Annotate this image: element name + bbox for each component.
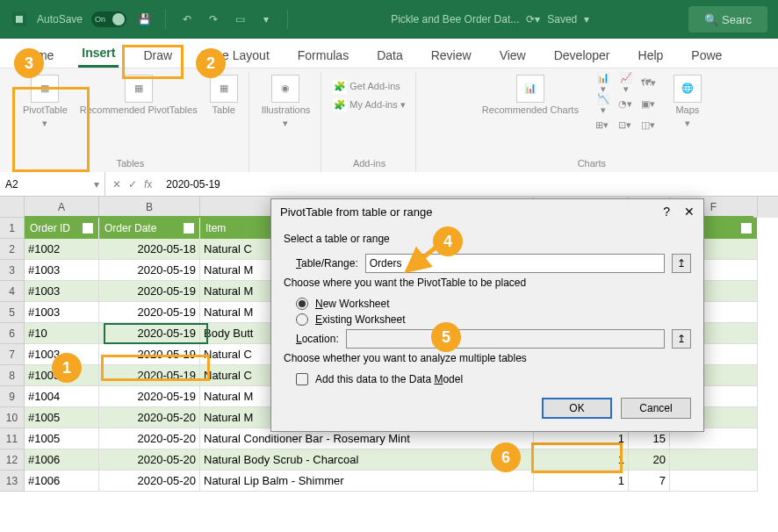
tab-review[interactable]: Review [428, 43, 475, 68]
formula-value[interactable]: 2020-05-19 [159, 178, 227, 191]
cell[interactable]: 7 [629, 471, 670, 492]
row-header[interactable]: 4 [0, 281, 25, 302]
enter-formula-icon[interactable]: ✓ [128, 178, 137, 191]
ok-button[interactable]: OK [542, 398, 612, 419]
cell[interactable]: #1004 [25, 386, 99, 407]
chart-type-2[interactable]: 📈▾ [616, 74, 637, 93]
cell[interactable]: #1005 [25, 428, 99, 449]
chart-type-6[interactable]: ▣▾ [638, 95, 659, 114]
filter-icon[interactable]: ▾ [83, 223, 93, 234]
cell[interactable]: #1003 [25, 344, 99, 365]
col-header[interactable]: A [25, 197, 99, 218]
touch-mode-icon[interactable]: ▭ [231, 11, 249, 28]
cell[interactable]: 2020-05-19 [99, 302, 200, 323]
tab-home[interactable]: Home [18, 43, 57, 68]
cell[interactable]: #1006 [25, 471, 99, 492]
cell[interactable]: 20 [629, 449, 670, 471]
cell[interactable]: #1003 [25, 302, 99, 323]
illustrations-button[interactable]: ◉Illustrations▾ [258, 72, 314, 132]
cell[interactable]: #1003 [25, 365, 99, 386]
cancel-formula-icon[interactable]: ✕ [112, 178, 121, 191]
col-header[interactable]: B [99, 197, 200, 218]
pivottable-button[interactable]: ▦PivotTable▾ [19, 72, 71, 132]
fx-icon[interactable]: fx [144, 178, 152, 191]
filter-icon[interactable]: ▾ [741, 223, 752, 234]
table-button[interactable]: ▦Table [206, 72, 241, 119]
cell[interactable]: 2020-05-20 [99, 407, 200, 428]
chart-type-9[interactable]: ◫▾ [638, 116, 659, 135]
cell[interactable]: #1003 [25, 260, 99, 281]
cell[interactable]: #1005 [25, 407, 99, 428]
cell[interactable]: 2020-05-19 [99, 323, 200, 344]
row-header[interactable]: 10 [0, 407, 25, 428]
row-header[interactable]: 5 [0, 302, 25, 323]
cell[interactable]: 2020-05-20 [99, 471, 200, 492]
cell[interactable]: 2020-05-19 [99, 344, 200, 365]
table-header[interactable]: Order ID▾ [25, 218, 99, 239]
chart-type-4[interactable]: 📉▾ [593, 95, 614, 114]
tab-developer[interactable]: Developer [551, 43, 614, 68]
close-icon[interactable]: ✕ [684, 205, 695, 219]
recommended-charts-button[interactable]: 📊Recommended Charts [479, 72, 582, 119]
row-header[interactable]: 2 [0, 239, 25, 260]
row-header[interactable]: 7 [0, 344, 25, 365]
chart-type-8[interactable]: ⊡▾ [616, 116, 637, 135]
row-header[interactable]: 12 [0, 449, 25, 471]
name-box[interactable]: A2▾ [0, 172, 105, 196]
get-addins-button[interactable]: 🧩Get Add-ins [330, 79, 402, 95]
tab-insert[interactable]: Insert [78, 40, 119, 68]
undo-icon[interactable]: ↶ [178, 11, 196, 28]
help-icon[interactable]: ? [663, 205, 670, 219]
my-addins-button[interactable]: 🧩My Add-ins▾ [330, 97, 407, 113]
row-header[interactable]: 11 [0, 428, 25, 449]
recommended-pivot-button[interactable]: ▦Recommended PivotTables [76, 72, 201, 119]
maps-button[interactable]: 🌐Maps▾ [670, 72, 705, 132]
datamodel-checkbox[interactable] [296, 373, 308, 385]
table-header[interactable]: Order Date▾ [99, 218, 200, 239]
qat-icon[interactable]: ▾ [257, 11, 275, 28]
row-header[interactable]: 9 [0, 386, 25, 407]
cell[interactable]: #10 [25, 323, 99, 344]
cell[interactable]: 2020-05-20 [99, 428, 200, 449]
chevron-down-icon[interactable]: ▾ [94, 178, 99, 191]
cell[interactable]: #1002 [25, 239, 99, 260]
cell[interactable]: 2020-05-20 [99, 449, 200, 471]
row-header[interactable]: 13 [0, 471, 25, 492]
tab-powe[interactable]: Powe [688, 43, 725, 68]
search-box[interactable]: 🔍 Searc [688, 6, 767, 32]
tab-help[interactable]: Help [635, 43, 667, 68]
filter-icon[interactable]: ▾ [184, 223, 194, 234]
chart-type-7[interactable]: ⊞▾ [593, 116, 614, 135]
col-header[interactable] [0, 197, 25, 218]
cell[interactable]: 2020-05-19 [99, 365, 200, 386]
cell[interactable]: #1003 [25, 281, 99, 302]
cell[interactable]: 2020-05-19 [99, 281, 200, 302]
table-range-input[interactable] [365, 254, 665, 273]
table-row[interactable]: 13#10062020-05-20Natural Lip Balm - Shim… [0, 471, 778, 492]
redo-icon[interactable]: ↷ [205, 11, 222, 28]
chart-type-3[interactable]: 🗺▾ [638, 74, 659, 93]
tab-pagelayout[interactable]: Page Layout [197, 43, 273, 68]
cell[interactable] [670, 449, 758, 471]
refresh-icon[interactable]: ⟳▾ [526, 13, 540, 25]
cell[interactable]: 1 [534, 471, 629, 492]
cell[interactable]: 2020-05-18 [99, 239, 200, 260]
existing-worksheet-radio[interactable] [296, 313, 308, 326]
cell[interactable]: Natural Body Scrub - Charcoal [200, 449, 534, 471]
save-icon[interactable]: 💾 [135, 11, 153, 28]
range-select-button[interactable]: ↥ [672, 254, 691, 273]
tab-formulas[interactable]: Formulas [294, 43, 352, 68]
row-header[interactable]: 6 [0, 323, 25, 344]
cell[interactable]: 2020-05-19 [99, 386, 200, 407]
chart-type-1[interactable]: 📊▾ [593, 74, 614, 93]
table-row[interactable]: 12#10062020-05-20Natural Body Scrub - Ch… [0, 449, 778, 471]
cell[interactable] [670, 471, 758, 492]
cell[interactable]: 1 [534, 449, 629, 471]
location-range-button[interactable]: ↥ [672, 329, 691, 349]
cell[interactable]: 2020-05-19 [99, 260, 200, 281]
new-worksheet-radio[interactable] [296, 298, 308, 310]
row-header[interactable]: 1 [0, 218, 25, 239]
tab-view[interactable]: View [496, 43, 529, 68]
location-input[interactable] [346, 329, 665, 349]
cell[interactable]: #1006 [25, 449, 99, 471]
